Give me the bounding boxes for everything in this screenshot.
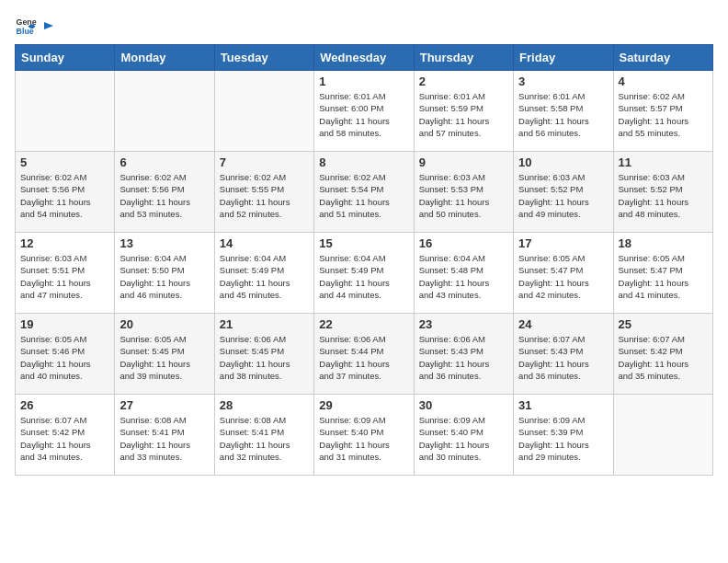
day-number: 3 xyxy=(518,75,608,88)
day-number: 28 xyxy=(220,398,309,412)
calendar-cell xyxy=(115,71,214,152)
day-info: Sunrise: 6:06 AM Sunset: 5:44 PM Dayligh… xyxy=(319,333,408,382)
calendar-cell: 24Sunrise: 6:07 AM Sunset: 5:43 PM Dayli… xyxy=(514,314,613,395)
day-info: Sunrise: 6:04 AM Sunset: 5:50 PM Dayligh… xyxy=(119,252,209,301)
calendar-cell: 16Sunrise: 6:04 AM Sunset: 5:48 PM Dayli… xyxy=(414,233,513,314)
day-number: 21 xyxy=(220,317,309,331)
day-info: Sunrise: 6:03 AM Sunset: 5:52 PM Dayligh… xyxy=(518,171,608,220)
day-number: 18 xyxy=(619,236,708,250)
day-info: Sunrise: 6:03 AM Sunset: 5:53 PM Dayligh… xyxy=(419,171,508,220)
day-info: Sunrise: 6:05 AM Sunset: 5:47 PM Dayligh… xyxy=(619,252,708,301)
svg-text:Blue: Blue xyxy=(17,27,34,36)
day-number: 23 xyxy=(419,317,508,331)
calendar-cell: 22Sunrise: 6:06 AM Sunset: 5:44 PM Dayli… xyxy=(314,314,414,395)
calendar-cell: 20Sunrise: 6:05 AM Sunset: 5:45 PM Dayli… xyxy=(115,314,214,395)
day-number: 4 xyxy=(619,75,708,88)
day-info: Sunrise: 6:05 AM Sunset: 5:45 PM Dayligh… xyxy=(119,333,209,382)
day-number: 30 xyxy=(419,398,508,412)
calendar-cell: 30Sunrise: 6:09 AM Sunset: 5:40 PM Dayli… xyxy=(414,395,513,476)
calendar-cell: 28Sunrise: 6:08 AM Sunset: 5:41 PM Dayli… xyxy=(214,395,313,476)
day-info: Sunrise: 6:07 AM Sunset: 5:42 PM Dayligh… xyxy=(20,414,109,463)
weekday-header-thursday: Thursday xyxy=(414,45,513,71)
day-info: Sunrise: 6:04 AM Sunset: 5:49 PM Dayligh… xyxy=(220,252,309,301)
day-info: Sunrise: 6:05 AM Sunset: 5:47 PM Dayligh… xyxy=(518,252,608,301)
day-number: 7 xyxy=(220,155,309,169)
day-info: Sunrise: 6:07 AM Sunset: 5:42 PM Dayligh… xyxy=(619,333,708,382)
weekday-header-monday: Monday xyxy=(115,45,214,71)
weekday-header-saturday: Saturday xyxy=(613,45,712,71)
calendar-cell: 11Sunrise: 6:03 AM Sunset: 5:52 PM Dayli… xyxy=(613,152,712,233)
day-info: Sunrise: 6:06 AM Sunset: 5:45 PM Dayligh… xyxy=(220,333,309,382)
day-number: 27 xyxy=(119,398,209,412)
calendar-body: 1Sunrise: 6:01 AM Sunset: 6:00 PM Daylig… xyxy=(16,71,713,476)
day-number: 25 xyxy=(619,317,708,331)
day-number: 29 xyxy=(319,398,408,412)
calendar-cell: 3Sunrise: 6:01 AM Sunset: 5:58 PM Daylig… xyxy=(514,71,613,152)
calendar-cell: 17Sunrise: 6:05 AM Sunset: 5:47 PM Dayli… xyxy=(514,233,613,314)
day-info: Sunrise: 6:09 AM Sunset: 5:40 PM Dayligh… xyxy=(319,414,408,463)
calendar-cell xyxy=(214,71,313,152)
day-number: 10 xyxy=(518,155,608,169)
calendar-week-2: 5Sunrise: 6:02 AM Sunset: 5:56 PM Daylig… xyxy=(16,152,713,233)
calendar-cell: 26Sunrise: 6:07 AM Sunset: 5:42 PM Dayli… xyxy=(16,395,115,476)
day-number: 6 xyxy=(119,155,209,169)
calendar-cell: 2Sunrise: 6:01 AM Sunset: 5:59 PM Daylig… xyxy=(414,71,513,152)
calendar-table: SundayMondayTuesdayWednesdayThursdayFrid… xyxy=(15,44,713,476)
calendar-cell: 4Sunrise: 6:02 AM Sunset: 5:57 PM Daylig… xyxy=(613,71,712,152)
day-info: Sunrise: 6:08 AM Sunset: 5:41 PM Dayligh… xyxy=(220,414,309,463)
calendar-week-4: 19Sunrise: 6:05 AM Sunset: 5:46 PM Dayli… xyxy=(16,314,713,395)
calendar-cell: 31Sunrise: 6:09 AM Sunset: 5:39 PM Dayli… xyxy=(514,395,613,476)
day-info: Sunrise: 6:05 AM Sunset: 5:46 PM Dayligh… xyxy=(20,333,109,382)
day-info: Sunrise: 6:02 AM Sunset: 5:56 PM Dayligh… xyxy=(20,171,109,220)
weekday-header-sunday: Sunday xyxy=(16,45,115,71)
weekday-header-friday: Friday xyxy=(514,45,613,71)
day-info: Sunrise: 6:02 AM Sunset: 5:56 PM Dayligh… xyxy=(119,171,209,220)
calendar-cell xyxy=(613,395,712,476)
day-number: 1 xyxy=(319,75,408,88)
day-info: Sunrise: 6:01 AM Sunset: 6:00 PM Dayligh… xyxy=(319,90,408,139)
day-info: Sunrise: 6:06 AM Sunset: 5:43 PM Dayligh… xyxy=(419,333,508,382)
weekday-header-tuesday: Tuesday xyxy=(214,45,313,71)
day-info: Sunrise: 6:01 AM Sunset: 5:59 PM Dayligh… xyxy=(419,90,508,139)
day-number: 31 xyxy=(518,398,608,412)
calendar-cell: 7Sunrise: 6:02 AM Sunset: 5:55 PM Daylig… xyxy=(214,152,313,233)
logo-arrow-icon xyxy=(42,19,55,32)
day-number: 5 xyxy=(20,155,109,169)
day-number: 20 xyxy=(119,317,209,331)
day-number: 24 xyxy=(518,317,608,331)
day-info: Sunrise: 6:04 AM Sunset: 5:49 PM Dayligh… xyxy=(319,252,408,301)
day-number: 12 xyxy=(20,236,109,250)
day-info: Sunrise: 6:04 AM Sunset: 5:48 PM Dayligh… xyxy=(419,252,508,301)
calendar-cell: 27Sunrise: 6:08 AM Sunset: 5:41 PM Dayli… xyxy=(115,395,214,476)
calendar-cell: 21Sunrise: 6:06 AM Sunset: 5:45 PM Dayli… xyxy=(214,314,313,395)
day-number: 11 xyxy=(619,155,708,169)
day-number: 16 xyxy=(419,236,508,250)
day-number: 14 xyxy=(220,236,309,250)
svg-marker-2 xyxy=(44,22,53,29)
calendar-header: SundayMondayTuesdayWednesdayThursdayFrid… xyxy=(16,45,713,71)
day-number: 13 xyxy=(119,236,209,250)
day-info: Sunrise: 6:09 AM Sunset: 5:39 PM Dayligh… xyxy=(518,414,608,463)
day-number: 19 xyxy=(20,317,109,331)
calendar-week-5: 26Sunrise: 6:07 AM Sunset: 5:42 PM Dayli… xyxy=(16,395,713,476)
weekday-header-row: SundayMondayTuesdayWednesdayThursdayFrid… xyxy=(16,45,713,71)
day-number: 26 xyxy=(20,398,109,412)
calendar-week-1: 1Sunrise: 6:01 AM Sunset: 6:00 PM Daylig… xyxy=(16,71,713,152)
calendar-cell: 9Sunrise: 6:03 AM Sunset: 5:53 PM Daylig… xyxy=(414,152,513,233)
calendar-cell: 25Sunrise: 6:07 AM Sunset: 5:42 PM Dayli… xyxy=(613,314,712,395)
logo-icon: General Blue xyxy=(15,15,37,37)
day-info: Sunrise: 6:02 AM Sunset: 5:54 PM Dayligh… xyxy=(319,171,408,220)
calendar-cell: 6Sunrise: 6:02 AM Sunset: 5:56 PM Daylig… xyxy=(115,152,214,233)
day-number: 2 xyxy=(419,75,508,88)
day-number: 9 xyxy=(419,155,508,169)
calendar-cell: 5Sunrise: 6:02 AM Sunset: 5:56 PM Daylig… xyxy=(16,152,115,233)
calendar-cell: 29Sunrise: 6:09 AM Sunset: 5:40 PM Dayli… xyxy=(314,395,414,476)
day-number: 15 xyxy=(319,236,408,250)
calendar-cell: 15Sunrise: 6:04 AM Sunset: 5:49 PM Dayli… xyxy=(314,233,414,314)
day-number: 17 xyxy=(518,236,608,250)
calendar-cell: 13Sunrise: 6:04 AM Sunset: 5:50 PM Dayli… xyxy=(115,233,214,314)
day-info: Sunrise: 6:09 AM Sunset: 5:40 PM Dayligh… xyxy=(419,414,508,463)
day-info: Sunrise: 6:03 AM Sunset: 5:52 PM Dayligh… xyxy=(619,171,708,220)
calendar-cell: 1Sunrise: 6:01 AM Sunset: 6:00 PM Daylig… xyxy=(314,71,414,152)
logo: General Blue xyxy=(15,15,55,37)
